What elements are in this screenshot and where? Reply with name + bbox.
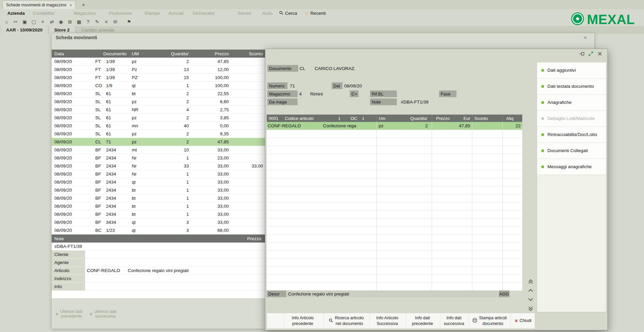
dialog-grid-row[interactable] (267, 226, 522, 235)
ricerca-articolo-nel-documento-button[interactable]: Ricerca articolonel documento (323, 313, 369, 328)
menu-item-azienda[interactable]: Azienda (7, 11, 25, 16)
dialog-grid-row[interactable] (267, 178, 522, 186)
scroll-page-down-icon[interactable] (528, 306, 534, 311)
sidebar-item-messaggi-anagrafiche[interactable]: Messaggi anagrafiche (537, 159, 606, 175)
cell-prezzo: 3,85 (191, 114, 231, 122)
dialog-close-icon[interactable] (597, 51, 603, 57)
menu-item-annuali[interactable]: Annuali (168, 11, 183, 16)
menu-item-recenti[interactable]: ☆Recenti (304, 10, 326, 16)
info-dati-successiva-button[interactable]: Info datisuccessiva (440, 313, 468, 328)
grid-cell-codice (267, 243, 376, 250)
dialog-grid-row[interactable] (267, 235, 522, 243)
cell-sconto: 33,00 (231, 162, 265, 170)
company-tab-0[interactable]: AAR - 10/09/2020 (1, 26, 48, 34)
menu-item-stampe[interactable]: Stampe (145, 11, 160, 16)
home-icon[interactable]: ⌂ (3, 18, 10, 25)
new-tab-button[interactable]: + (79, 1, 88, 9)
button-label-line2: precedente (292, 321, 314, 326)
cell-sconto (231, 130, 265, 138)
documento-value[interactable]: CL (300, 65, 305, 72)
sidebar-item-dettaglio-lotti-matricole[interactable]: Dettaglio Lotti/Matricole (537, 111, 606, 127)
dialog-note-value[interactable]: #DBA-FT1/39 (401, 98, 429, 105)
sidebar-item-dati-testata-documento[interactable]: Dati testata documento (537, 78, 606, 94)
pin-icon[interactable] (579, 51, 585, 57)
tab-close-icon[interactable]: × (69, 3, 72, 7)
c-plus-label[interactable]: C+ (350, 90, 359, 97)
magazzino-value[interactable]: 4 (299, 90, 302, 97)
dialog-grid-row[interactable] (267, 259, 522, 267)
record-icon[interactable]: ◉ (58, 18, 64, 25)
menu-item-aiuto[interactable]: Aiuto (262, 11, 273, 16)
menu-item-label: Produzione (109, 11, 131, 16)
cell-prezzo: 47,85 (191, 58, 231, 65)
edit-icon[interactable]: ✎ (94, 18, 100, 25)
dialog-grid-row[interactable] (267, 130, 522, 138)
dialog-grid-row[interactable] (267, 267, 522, 275)
ulteriori-dati-successiva-button[interactable]: Ulteriori datisuccessiva (88, 306, 119, 322)
paste-icon[interactable]: ▢ (31, 18, 37, 25)
dialog-grid-row[interactable] (267, 154, 522, 162)
sync-icon[interactable]: ⇄ (49, 18, 55, 25)
sidebar-item-anagrafiche[interactable]: Anagrafiche (537, 94, 606, 111)
grid-cell-aliq (502, 202, 522, 210)
menu-item-servizi[interactable]: Servizi (237, 11, 251, 16)
rif-bl-label[interactable]: Rif.BL (370, 90, 397, 97)
fase-label[interactable]: Fase (439, 90, 457, 97)
mail-icon[interactable]: ✉ (112, 18, 118, 25)
flag-icon[interactable]: ⚑ (126, 18, 132, 25)
dialog-grid-row[interactable] (267, 146, 522, 154)
maximize-icon[interactable] (588, 51, 594, 57)
window-close-icon[interactable]: × (584, 35, 587, 41)
chiudi-button[interactable]: ×Chiudi (511, 313, 535, 328)
grid-quantita: 2 (425, 123, 428, 128)
dialog-grid-row[interactable] (267, 251, 522, 259)
scroll-up-icon[interactable] (528, 288, 534, 293)
sidebar-item-dati-aggiuntivi[interactable]: Dati aggiuntivi (537, 62, 606, 78)
grid-cell-aliq (502, 267, 522, 274)
info-articolo-precedente-button[interactable]: Info Articoloprecedente (284, 313, 321, 328)
dialog-grid-row[interactable] (267, 170, 522, 178)
da-maga-label[interactable]: Da maga (267, 98, 298, 105)
green-dot-icon (541, 69, 544, 72)
dialog-grid-row[interactable] (267, 210, 522, 218)
calculator-icon[interactable]: ⊞ (67, 18, 73, 25)
menu-item-produzione[interactable]: Produzione (109, 11, 131, 16)
menu-item-cerca[interactable]: Cerca (279, 11, 297, 16)
numero-value[interactable]: 71 (290, 82, 295, 89)
sidebar-item-documenti-collegati[interactable]: Documenti Collegati (537, 143, 606, 159)
del-value[interactable]: 08/09/20 (344, 82, 362, 89)
menu-item-label: Cerca (285, 11, 297, 16)
grid-cell-aliq (502, 138, 522, 146)
dialog-grid-row[interactable]: CONF-REGALOConfezione regapz247,8522 (267, 122, 522, 130)
stampa-articoli-documento-button[interactable]: Stampa articolidocumento (469, 313, 510, 328)
dialog-grid-row[interactable] (267, 243, 522, 251)
dialog-grid-row[interactable] (267, 283, 522, 291)
dialog-grid-row[interactable] (267, 275, 522, 283)
menu-item-contabilita[interactable]: Contabilita' (33, 11, 55, 16)
cut-icon[interactable]: ✂ (12, 18, 19, 25)
sidebar-item-rintracciabilita-doc-lotto[interactable]: Rintracciabilita'Doc/Lotto (537, 127, 606, 143)
copy-icon[interactable]: ▣ (21, 18, 28, 25)
dialog-grid-row[interactable] (267, 138, 522, 146)
delete-icon[interactable]: × (40, 18, 46, 25)
scroll-page-up-icon[interactable] (528, 279, 534, 284)
app-tab[interactable]: Schede movimenti di magazzino × (3, 1, 75, 9)
dialog-grid-row[interactable] (267, 202, 522, 210)
dialog-grid-row[interactable] (267, 194, 522, 202)
green-dot-icon (541, 165, 544, 168)
scroll-down-icon[interactable] (528, 297, 534, 302)
dialog-grid-row[interactable] (267, 186, 522, 194)
help-icon[interactable]: ? (85, 18, 91, 25)
menu-item-magazzino[interactable]: Magazzino (74, 11, 96, 16)
doc-type: CO (95, 83, 106, 88)
calendar-icon[interactable]: ▦ (76, 18, 82, 25)
list-icon[interactable]: ≡ (103, 18, 109, 25)
agg-badge[interactable]: AGG (499, 290, 509, 297)
descr-value[interactable]: Confezione regalo vini pregiati (286, 290, 497, 297)
ulteriori-dati-precedente-button[interactable]: Ulteriori datiprecedente (54, 306, 85, 322)
dialog-grid-row[interactable] (267, 218, 522, 226)
menu-item-dichiarativi[interactable]: Dichiarativi (193, 11, 215, 16)
dialog-grid-row[interactable] (267, 162, 522, 170)
info-articolo-successiva-button[interactable]: Info ArticoloSuccessiva (370, 313, 405, 328)
info-dati-precedente-button[interactable]: Info datiprecedente (406, 313, 439, 328)
